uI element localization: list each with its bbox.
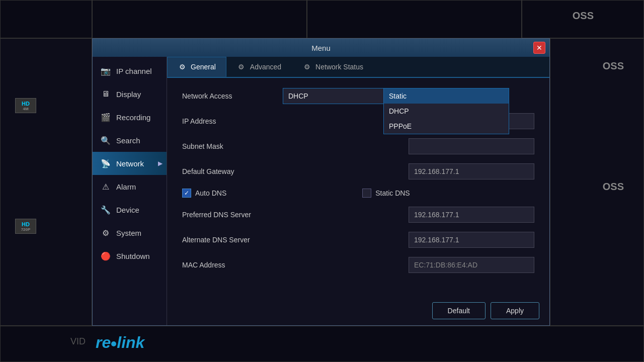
static-dns-item: Static DNS	[362, 189, 410, 198]
dialog-footer: Default Apply	[422, 296, 549, 325]
sidebar-label-display: Display	[116, 90, 141, 99]
default-gateway-label: Default Gateway	[182, 167, 283, 175]
sidebar-item-alarm[interactable]: ⚠ Alarm	[93, 175, 167, 198]
shutdown-icon: 🔴	[100, 250, 111, 261]
tab-advanced[interactable]: ⚙ Advanced	[226, 57, 292, 77]
dropdown-option-static[interactable]: Static	[384, 88, 509, 104]
sidebar-label-device: Device	[116, 206, 139, 214]
tab-general-label: General	[191, 63, 216, 71]
network-status-tab-icon: ⚙	[302, 62, 311, 71]
sidebar-label-alarm: Alarm	[116, 183, 136, 191]
ip-channel-icon: 📷	[100, 65, 111, 76]
vid-label: VID	[70, 336, 86, 347]
mac-address-label: MAC Address	[182, 261, 283, 269]
dropdown-option-dhcp[interactable]: DHCP	[384, 104, 509, 119]
reolink-logo: relink	[96, 333, 144, 352]
device-icon: 🔧	[100, 204, 111, 215]
mac-address-row: MAC Address	[182, 257, 534, 273]
subnet-mask-input[interactable]	[409, 138, 534, 154]
dialog-titlebar: Menu ✕	[93, 39, 549, 57]
main-content: Network Access DHCP ▼ Static DHCP PPPoE	[167, 78, 549, 325]
alternate-dns-label: Alternate DNS Server	[182, 236, 283, 244]
auto-dns-check-mark: ✓	[184, 190, 189, 197]
static-dns-checkbox[interactable]	[362, 189, 371, 198]
sidebar-label-network: Network	[116, 159, 144, 168]
tabs: ⚙ General ⚙ Advanced ⚙ Network Status	[167, 57, 549, 78]
sidebar-label-shutdown: Shutdown	[116, 252, 150, 260]
sidebar-item-shutdown[interactable]: 🔴 Shutdown	[93, 244, 167, 267]
sidebar-label-ip-channel: IP channel	[116, 67, 152, 75]
preferred-dns-label: Preferred DNS Server	[182, 211, 283, 219]
dns-checkbox-row: ✓ Auto DNS Static DNS	[182, 189, 534, 198]
network-access-label: Network Access	[182, 92, 283, 100]
general-tab-icon: ⚙	[178, 62, 187, 71]
hd-badge-4m: HD 4M	[15, 98, 36, 113]
sidebar-label-system: System	[116, 229, 141, 237]
preferred-dns-input[interactable]	[409, 207, 534, 223]
sidebar-item-system[interactable]: ⚙ System	[93, 221, 167, 244]
content-area: ⚙ General ⚙ Advanced ⚙ Network Status Ne…	[167, 57, 549, 325]
dialog-body: 📷 IP channel 🖥 Display 🎬 Recording 🔍 Sea…	[93, 57, 549, 325]
mac-address-input	[409, 257, 534, 273]
network-access-dropdown: Static DHCP PPPoE	[383, 88, 509, 134]
oss-label-top: OSS	[573, 10, 594, 22]
sidebar-item-display[interactable]: 🖥 Display	[93, 82, 167, 106]
sidebar-item-recording[interactable]: 🎬 Recording	[93, 106, 167, 129]
sidebar-item-device[interactable]: 🔧 Device	[93, 198, 167, 221]
alternate-dns-row: Alternate DNS Server	[182, 232, 534, 248]
recording-icon: 🎬	[100, 112, 111, 123]
sidebar-item-ip-channel[interactable]: 📷 IP channel	[93, 59, 167, 82]
tab-advanced-label: Advanced	[250, 63, 281, 71]
default-gateway-input[interactable]	[409, 163, 534, 179]
close-button[interactable]: ✕	[533, 42, 545, 54]
network-icon: 📡	[100, 158, 111, 169]
apply-button[interactable]: Apply	[491, 302, 539, 319]
oss-label-right-top: OSS	[603, 60, 624, 72]
menu-dialog: Menu ✕ 📷 IP channel 🖥 Display 🎬 Recordin…	[92, 38, 550, 326]
oss-label-right-bottom: OSS	[603, 181, 624, 193]
tab-network-status-label: Network Status	[315, 63, 363, 71]
hd-badge-720p: HD 720P	[15, 219, 36, 234]
auto-dns-item: ✓ Auto DNS	[182, 189, 226, 198]
preferred-dns-row: Preferred DNS Server	[182, 207, 534, 223]
auto-dns-label: Auto DNS	[195, 189, 226, 197]
dialog-title: Menu	[311, 44, 331, 52]
tab-general[interactable]: ⚙ General	[167, 57, 226, 77]
sidebar-label-recording: Recording	[116, 113, 150, 122]
search-icon: 🔍	[100, 135, 111, 146]
network-access-value: DHCP	[288, 92, 308, 100]
advanced-tab-icon: ⚙	[237, 62, 246, 71]
sidebar-label-search: Search	[116, 136, 140, 145]
network-access-select-wrapper: DHCP ▼ Static DHCP PPPoE	[283, 88, 409, 104]
subnet-mask-label: Subnet Mask	[182, 142, 283, 150]
system-icon: ⚙	[100, 227, 111, 238]
sidebar-item-search[interactable]: 🔍 Search	[93, 129, 167, 152]
sidebar: 📷 IP channel 🖥 Display 🎬 Recording 🔍 Sea…	[93, 57, 167, 325]
alarm-icon: ⚠	[100, 181, 111, 192]
dropdown-option-pppoe[interactable]: PPPoE	[384, 119, 509, 134]
ip-address-label: IP Address	[182, 117, 283, 125]
subnet-mask-row: Subnet Mask	[182, 138, 534, 154]
default-button[interactable]: Default	[432, 302, 486, 319]
sidebar-item-network[interactable]: 📡 Network	[93, 152, 167, 175]
static-dns-label: Static DNS	[375, 189, 410, 197]
network-access-row: Network Access DHCP ▼ Static DHCP PPPoE	[182, 88, 534, 104]
tab-network-status[interactable]: ⚙ Network Status	[292, 57, 374, 77]
default-gateway-row: Default Gateway	[182, 163, 534, 179]
alternate-dns-input[interactable]	[409, 232, 534, 248]
display-icon: 🖥	[100, 88, 111, 100]
auto-dns-checkbox[interactable]: ✓	[182, 189, 191, 198]
